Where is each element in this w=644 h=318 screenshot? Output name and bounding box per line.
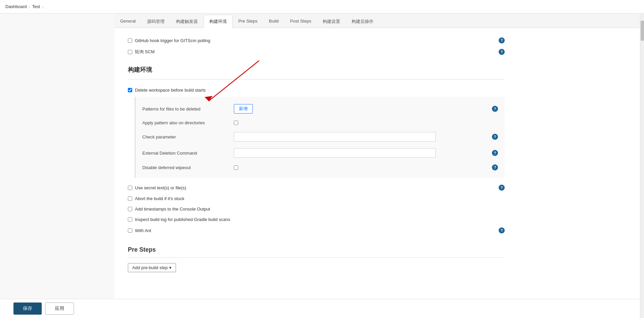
external-deletion-help-icon[interactable]: ? xyxy=(492,150,498,156)
apply-pattern-row: Apply pattern also on directories xyxy=(142,117,498,129)
poll-scm-checkbox[interactable] xyxy=(128,50,132,54)
patterns-row: Patterns for files to be deleted 新增 ? xyxy=(142,101,498,117)
tab-env[interactable]: 构建环境 xyxy=(204,15,232,28)
breadcrumb-arrow-2: › xyxy=(42,5,43,9)
tab-presteps[interactable]: Pre Steps xyxy=(232,15,263,28)
with-ant-checkbox[interactable] xyxy=(128,228,132,233)
breadcrumb-test[interactable]: Test xyxy=(32,4,40,9)
use-secret-label: Use secret text(s) or file(s) xyxy=(135,185,186,190)
use-secret-help-icon[interactable]: ? xyxy=(499,185,505,191)
inspect-build-label: Inspect build log for published Gradle b… xyxy=(135,217,230,222)
delete-workspace-checkbox[interactable] xyxy=(128,88,132,92)
disable-deferred-help-icon[interactable]: ? xyxy=(492,164,498,170)
breadcrumb-arrow-1: › xyxy=(29,5,30,9)
disable-deferred-checkbox[interactable] xyxy=(234,165,238,170)
patterns-help-icon[interactable]: ? xyxy=(492,106,498,112)
with-ant-help-icon[interactable]: ? xyxy=(499,227,505,233)
use-secret-row: Use secret text(s) or file(s) ? xyxy=(128,182,505,193)
bottom-bar: 保存 应用 xyxy=(0,299,644,318)
content-area: GitHub hook trigger for GITScm polling ?… xyxy=(114,28,518,306)
tab-bar: General 源码管理 构建触发器 构建环境 Pre Steps Build … xyxy=(114,13,644,28)
tab-poststeps[interactable]: Post Steps xyxy=(284,15,317,28)
inspect-build-checkbox[interactable] xyxy=(128,217,132,222)
add-pre-build-step-button[interactable]: Add pre-build step ▾ xyxy=(128,263,176,272)
check-parameter-input[interactable] xyxy=(234,132,436,141)
apply-pattern-checkbox[interactable] xyxy=(234,121,238,125)
apply-pattern-label: Apply pattern also on directories xyxy=(142,120,230,125)
check-parameter-row: Check parameter ? xyxy=(142,129,498,145)
pre-steps-title: Pre Steps xyxy=(128,246,505,253)
github-hook-label: GitHub hook trigger for GITScm polling xyxy=(135,38,210,43)
check-parameter-label: Check parameter xyxy=(142,134,230,139)
tab-postbuild[interactable]: 构建后操作 xyxy=(346,15,379,28)
tab-build[interactable]: Build xyxy=(263,15,284,28)
top-bar: Dashboard › Test › xyxy=(0,0,644,13)
main-content: General 源码管理 构建触发器 构建环境 Pre Steps Build … xyxy=(114,13,644,318)
abort-build-label: Abort the build if it's stuck xyxy=(135,196,184,201)
delete-workspace-label: Delete workspace before build starts xyxy=(135,88,206,93)
add-pattern-button[interactable]: 新增 xyxy=(234,104,253,114)
add-pre-build-step-arrow: ▾ xyxy=(169,265,172,270)
patterns-label: Patterns for files to be deleted xyxy=(142,106,230,112)
add-timestamps-label: Add timestamps to the Console Output xyxy=(135,206,210,212)
left-panel xyxy=(0,13,114,318)
external-deletion-row: External Deletion Command ? xyxy=(142,145,498,161)
abort-build-checkbox[interactable] xyxy=(128,196,132,201)
apply-button[interactable]: 应用 xyxy=(45,303,74,315)
with-ant-label: With Ant xyxy=(135,228,151,233)
use-secret-checkbox[interactable] xyxy=(128,186,132,190)
disable-deferred-row: Disable deferred wipeout ? xyxy=(142,161,498,174)
scrollbar[interactable] xyxy=(640,14,644,318)
abort-build-row: Abort the build if it's stuck xyxy=(128,193,505,204)
external-deletion-label: External Deletion Command xyxy=(142,151,230,156)
poll-scm-label: 轮询 SCM xyxy=(135,49,155,55)
add-timestamps-row: Add timestamps to the Console Output xyxy=(128,204,505,214)
inspect-build-row: Inspect build log for published Gradle b… xyxy=(128,214,505,225)
check-parameter-help-icon[interactable]: ? xyxy=(492,134,498,140)
scrollbar-thumb[interactable] xyxy=(641,21,644,41)
save-button[interactable]: 保存 xyxy=(13,303,42,315)
delete-workspace-row: Delete workspace before build starts xyxy=(128,85,505,95)
poll-scm-help-icon[interactable]: ? xyxy=(499,49,505,55)
tab-general[interactable]: General xyxy=(114,15,141,28)
github-hook-help-icon[interactable]: ? xyxy=(499,37,505,43)
tab-trigger[interactable]: 构建触发器 xyxy=(170,15,204,28)
tab-source[interactable]: 源码管理 xyxy=(141,15,170,28)
add-timestamps-checkbox[interactable] xyxy=(128,207,132,211)
add-pre-build-step-label: Add pre-build step xyxy=(132,265,168,270)
github-hook-checkbox[interactable] xyxy=(128,38,132,43)
build-env-section-title: 构建环境 xyxy=(128,66,505,76)
breadcrumb-dashboard[interactable]: Dashboard xyxy=(5,4,27,9)
disable-deferred-label: Disable deferred wipeout xyxy=(142,165,230,170)
pre-steps-divider xyxy=(128,257,505,258)
poll-scm-row: 轮询 SCM ? xyxy=(128,46,505,58)
tab-settings[interactable]: 构建设置 xyxy=(317,15,346,28)
with-ant-row: With Ant ? xyxy=(128,225,505,236)
external-deletion-input[interactable] xyxy=(234,148,436,158)
github-hook-row: GitHub hook trigger for GITScm polling ? xyxy=(128,35,505,46)
section-divider xyxy=(128,79,505,80)
delete-workspace-options: Patterns for files to be deleted 新增 ? Ap… xyxy=(135,97,505,178)
